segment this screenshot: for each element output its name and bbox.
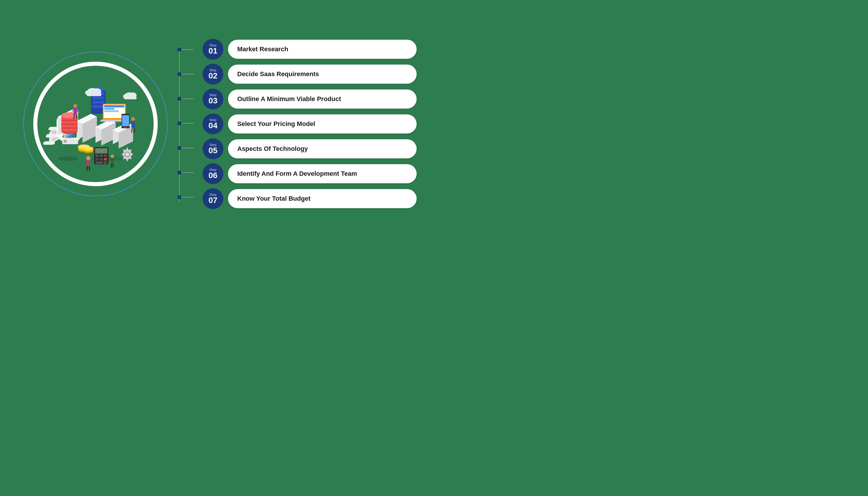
connector [174, 37, 197, 211]
step-item-04: Step04Select Your Pricing Model [203, 113, 417, 134]
svg-line-68 [134, 127, 134, 133]
step-label: Step [209, 119, 217, 122]
step-number: 06 [208, 171, 217, 180]
svg-line-63 [87, 166, 87, 171]
svg-point-42 [83, 146, 93, 150]
step-text-04: Select Your Pricing Model [228, 114, 417, 134]
step-label: Step [209, 44, 217, 47]
svg-line-64 [89, 166, 90, 171]
step-number: 04 [208, 122, 217, 130]
step-circle-03: Step03 [203, 89, 223, 109]
svg-point-61 [86, 156, 90, 160]
steps-list: Step01Market ResearchStep02Decide Saas R… [197, 39, 417, 209]
svg-point-73 [58, 156, 78, 161]
step-text-06: Identify And Form A Development Team [228, 164, 417, 183]
svg-rect-56 [74, 108, 77, 114]
svg-rect-46 [95, 148, 107, 153]
svg-point-65 [131, 117, 135, 121]
svg-rect-32 [64, 140, 67, 143]
svg-rect-53 [96, 161, 103, 164]
step-text-01: Market Research [228, 40, 417, 59]
svg-rect-26 [87, 93, 101, 96]
svg-point-83 [177, 47, 181, 51]
left-illustration [17, 51, 174, 196]
main-container: Step01Market ResearchStep02Decide Saas R… [0, 0, 434, 248]
step-text-07: Know Your Total Budget [228, 189, 417, 208]
step-circle-05: Step05 [203, 138, 223, 159]
svg-rect-21 [122, 115, 129, 126]
connector-svg [174, 37, 197, 211]
step-circle-04: Step04 [203, 113, 223, 134]
step-text-05: Aspects Of Technology [228, 139, 417, 158]
svg-rect-18 [104, 108, 114, 110]
svg-point-85 [177, 97, 181, 101]
svg-rect-22 [124, 127, 127, 128]
svg-rect-17 [104, 105, 125, 107]
svg-point-89 [177, 195, 181, 199]
saas-scene-svg [41, 69, 150, 179]
step-item-03: Step03Outline A Minimum Viable Product [203, 89, 417, 109]
svg-rect-12 [93, 96, 104, 99]
svg-rect-47 [96, 155, 99, 157]
step-label: Step [209, 94, 217, 97]
step-circle-01: Step01 [203, 39, 223, 60]
svg-line-60 [76, 114, 77, 119]
step-item-01: Step01Market Research [203, 39, 417, 60]
svg-point-74 [91, 156, 123, 161]
svg-rect-62 [86, 160, 90, 166]
svg-point-86 [177, 121, 181, 125]
svg-point-84 [177, 72, 181, 76]
step-label: Step [209, 168, 217, 171]
svg-rect-2 [45, 134, 58, 138]
step-item-05: Step05Aspects Of Technology [203, 138, 417, 159]
svg-rect-66 [131, 121, 135, 127]
svg-point-87 [177, 146, 181, 150]
svg-rect-9 [61, 127, 78, 129]
step-number: 02 [208, 72, 217, 80]
step-text-02: Decide Saas Requirements [228, 65, 417, 84]
svg-rect-7 [61, 120, 78, 121]
dashed-circle [23, 51, 168, 196]
step-number: 07 [208, 196, 217, 204]
svg-line-67 [132, 127, 132, 133]
svg-rect-8 [61, 123, 78, 125]
svg-rect-14 [93, 105, 104, 108]
step-text-03: Outline A Minimum Viable Product [228, 90, 417, 109]
svg-point-55 [73, 104, 77, 108]
step-item-07: Step07Know Your Total Budget [203, 188, 417, 209]
white-ring [33, 62, 158, 186]
step-number: 01 [208, 47, 217, 55]
svg-rect-54 [104, 161, 107, 164]
step-item-02: Step02Decide Saas Requirements [203, 64, 417, 84]
svg-rect-19 [104, 110, 118, 112]
step-label: Step [209, 68, 217, 72]
step-circle-06: Step06 [203, 163, 223, 184]
step-label: Step [209, 143, 217, 146]
svg-rect-30 [124, 96, 136, 99]
svg-rect-13 [93, 101, 104, 104]
step-item-06: Step06Identify And Form A Development Te… [203, 163, 417, 184]
step-circle-02: Step02 [203, 64, 223, 84]
svg-point-44 [126, 153, 129, 156]
step-label: Step [209, 193, 217, 196]
step-circle-07: Step07 [203, 188, 223, 209]
svg-line-59 [74, 114, 74, 119]
svg-point-88 [177, 171, 181, 175]
step-number: 03 [208, 97, 217, 105]
svg-rect-3 [43, 141, 55, 145]
step-number: 05 [208, 146, 217, 155]
